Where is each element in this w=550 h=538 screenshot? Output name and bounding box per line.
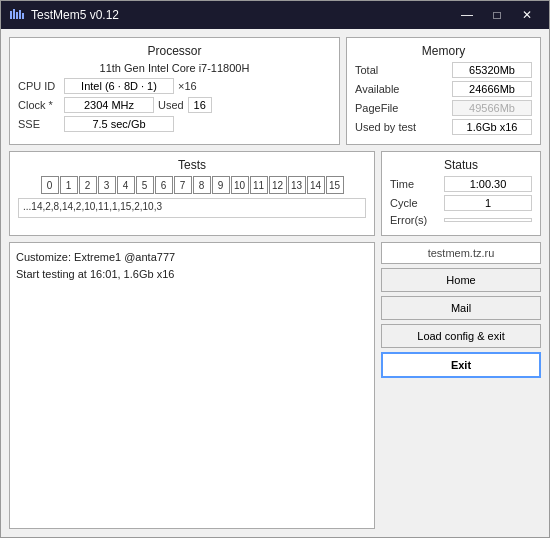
pagefile-label: PageFile <box>355 102 425 114</box>
bottom-row: Customize: Extreme1 @anta777 Start testi… <box>9 242 541 529</box>
available-label: Available <box>355 83 425 95</box>
test-num-13: 13 <box>288 176 306 194</box>
total-label: Total <box>355 64 425 76</box>
cycle-label: Cycle <box>390 197 440 209</box>
used-by-test-value: 1.6Gb x16 <box>452 119 532 135</box>
site-label: testmem.tz.ru <box>381 242 541 264</box>
close-button[interactable]: ✕ <box>513 5 541 25</box>
svg-rect-0 <box>10 11 12 19</box>
window-title: TestMem5 v0.12 <box>31 8 119 22</box>
test-num-12: 12 <box>269 176 287 194</box>
cycle-row: Cycle 1 <box>390 195 532 211</box>
test-num-7: 7 <box>174 176 192 194</box>
load-config-button[interactable]: Load config & exit <box>381 324 541 348</box>
tests-title: Tests <box>18 158 366 172</box>
available-row: Available 24666Mb <box>355 81 532 97</box>
test-num-11: 11 <box>250 176 268 194</box>
mail-button[interactable]: Mail <box>381 296 541 320</box>
svg-rect-4 <box>22 13 24 19</box>
cpu-id-label: CPU ID <box>18 80 60 92</box>
main-window: TestMem5 v0.12 — □ ✕ Processor 11th Gen … <box>0 0 550 538</box>
top-row: Processor 11th Gen Intel Core i7-11800H … <box>9 37 541 145</box>
pagefile-value: 49566Mb <box>452 100 532 116</box>
title-bar: TestMem5 v0.12 — □ ✕ <box>1 1 549 29</box>
svg-rect-1 <box>13 9 15 19</box>
used-by-test-row: Used by test 1.6Gb x16 <box>355 119 532 135</box>
used-value: 16 <box>188 97 212 113</box>
clock-row: Clock * 2304 MHz Used 16 <box>18 97 331 113</box>
memory-title: Memory <box>355 44 532 58</box>
right-panel: testmem.tz.ru Home Mail Load config & ex… <box>381 242 541 529</box>
errors-value <box>444 218 532 222</box>
tests-log: ...14,2,8,14,2,10,11,1,15,2,10,3 <box>18 198 366 218</box>
home-button[interactable]: Home <box>381 268 541 292</box>
cpu-id-row: CPU ID Intel (6 · 8D · 1) ×16 <box>18 78 331 94</box>
used-by-test-label: Used by test <box>355 121 425 133</box>
x16-label: ×16 <box>178 80 197 92</box>
test-num-0: 0 <box>41 176 59 194</box>
sse-label: SSE <box>18 118 60 130</box>
test-num-1: 1 <box>60 176 78 194</box>
test-num-9: 9 <box>212 176 230 194</box>
sse-row: SSE 7.5 sec/Gb <box>18 116 331 132</box>
errors-row: Error(s) <box>390 214 532 226</box>
content-area: Processor 11th Gen Intel Core i7-11800H … <box>1 29 549 537</box>
svg-rect-2 <box>16 12 18 19</box>
errors-label: Error(s) <box>390 214 440 226</box>
sse-value: 7.5 sec/Gb <box>64 116 174 132</box>
pagefile-row: PageFile 49566Mb <box>355 100 532 116</box>
cpu-id-value: Intel (6 · 8D · 1) <box>64 78 174 94</box>
time-value: 1:00.30 <box>444 176 532 192</box>
processor-panel: Processor 11th Gen Intel Core i7-11800H … <box>9 37 340 145</box>
svg-rect-3 <box>19 10 21 19</box>
status-panel: Status Time 1:00.30 Cycle 1 Error(s) <box>381 151 541 236</box>
test-num-4: 4 <box>117 176 135 194</box>
test-num-3: 3 <box>98 176 116 194</box>
cycle-value: 1 <box>444 195 532 211</box>
title-controls: — □ ✕ <box>453 5 541 25</box>
title-bar-left: TestMem5 v0.12 <box>9 7 119 23</box>
app-icon <box>9 7 25 23</box>
test-num-5: 5 <box>136 176 154 194</box>
minimize-button[interactable]: — <box>453 5 481 25</box>
tests-numbers: 0123456789101112131415 <box>18 176 366 194</box>
test-num-10: 10 <box>231 176 249 194</box>
total-value: 65320Mb <box>452 62 532 78</box>
log-panel: Customize: Extreme1 @anta777 Start testi… <box>9 242 375 529</box>
available-value: 24666Mb <box>452 81 532 97</box>
middle-row: Tests 0123456789101112131415 ...14,2,8,1… <box>9 151 541 236</box>
tests-panel: Tests 0123456789101112131415 ...14,2,8,1… <box>9 151 375 236</box>
time-row: Time 1:00.30 <box>390 176 532 192</box>
test-num-6: 6 <box>155 176 173 194</box>
clock-label: Clock * <box>18 99 60 111</box>
test-num-8: 8 <box>193 176 211 194</box>
time-label: Time <box>390 178 440 190</box>
clock-value: 2304 MHz <box>64 97 154 113</box>
total-row: Total 65320Mb <box>355 62 532 78</box>
exit-button[interactable]: Exit <box>381 352 541 378</box>
log-line-2: Start testing at 16:01, 1.6Gb x16 <box>16 266 368 283</box>
test-num-15: 15 <box>326 176 344 194</box>
test-num-14: 14 <box>307 176 325 194</box>
processor-title: Processor <box>18 44 331 58</box>
log-line-1: Customize: Extreme1 @anta777 <box>16 249 368 266</box>
used-label: Used <box>158 99 184 111</box>
test-num-2: 2 <box>79 176 97 194</box>
processor-name: 11th Gen Intel Core i7-11800H <box>18 62 331 74</box>
maximize-button[interactable]: □ <box>483 5 511 25</box>
memory-panel: Memory Total 65320Mb Available 24666Mb P… <box>346 37 541 145</box>
status-title: Status <box>390 158 532 172</box>
